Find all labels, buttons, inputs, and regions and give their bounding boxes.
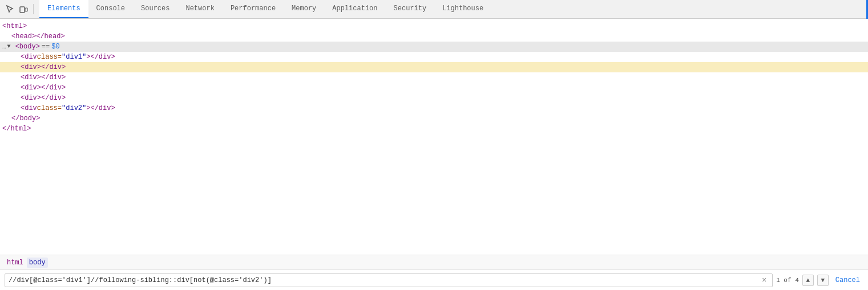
search-input[interactable] [9, 276, 760, 284]
search-input-wrapper: × [5, 273, 773, 287]
code-line-div3[interactable]: <div></div> [0, 72, 868, 83]
breadcrumb-html[interactable]: html [5, 258, 26, 268]
breadcrumb-bar: html body [0, 255, 868, 269]
search-count: 1 of 4 [776, 277, 799, 284]
search-bar: × 1 of 4 ▲ ▼ Cancel [0, 269, 868, 290]
tab-security[interactable]: Security [386, 0, 435, 18]
tab-lighthouse[interactable]: Lighthouse [434, 0, 491, 18]
device-toggle-icon[interactable] [17, 3, 30, 15]
svg-rect-0 [20, 7, 25, 13]
tab-performance[interactable]: Performance [223, 0, 284, 18]
tab-sources[interactable]: Sources [133, 0, 177, 18]
tab-network[interactable]: Network [177, 0, 222, 18]
tab-bar: Elements Console Sources Network Perform… [0, 0, 868, 19]
search-prev-button[interactable]: ▲ [802, 275, 814, 286]
search-next-button[interactable]: ▼ [817, 275, 829, 286]
search-clear-button[interactable]: × [760, 276, 769, 285]
code-line-div4[interactable]: <div></div> [0, 83, 868, 93]
code-line-div5[interactable]: <div></div> [0, 93, 868, 103]
tab-application[interactable]: Application [324, 0, 385, 18]
code-line-head[interactable]: <head></head> [0, 31, 868, 42]
inspect-icon[interactable] [3, 3, 16, 15]
code-line-div2[interactable]: <div class="div2" ></div> [0, 103, 868, 113]
code-line-body-close[interactable]: </body> [0, 113, 868, 124]
tab-memory[interactable]: Memory [284, 0, 324, 18]
code-line-div1[interactable]: <div class="div1" ></div> [0, 52, 868, 62]
code-line-div-selected[interactable]: <div></div> [0, 62, 868, 72]
code-line-html-close[interactable]: </html> [0, 124, 868, 134]
code-line-body[interactable]: … ▼ <body> == $0 [0, 42, 868, 52]
search-cancel-button[interactable]: Cancel [832, 275, 863, 285]
svg-rect-1 [25, 8, 27, 11]
tab-elements[interactable]: Elements [39, 0, 88, 18]
code-line-html-open[interactable]: <html> [0, 21, 868, 31]
toolbar-icons [0, 0, 39, 18]
toolbar-divider [33, 4, 34, 14]
elements-panel: <html> <head></head> … ▼ <body> == $0 <d… [0, 19, 868, 255]
breadcrumb-body[interactable]: body [27, 258, 48, 268]
tab-console[interactable]: Console [88, 0, 133, 18]
